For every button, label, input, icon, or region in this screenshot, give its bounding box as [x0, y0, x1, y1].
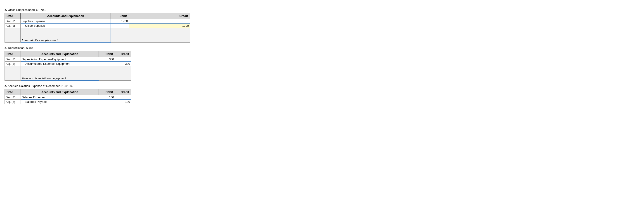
section-c-label: c. Office Supplies used, $1,700. [4, 8, 640, 12]
note-cell[interactable]: To record office supplies used. [20, 38, 110, 43]
table-row: Adj. (d) Accumulated Expense–Equipment 3… [5, 62, 131, 66]
col-header-credit-c: Credit [129, 13, 190, 19]
date-cell: Adj. (d) [5, 62, 21, 66]
credit-cell[interactable]: 180 [115, 100, 131, 104]
credit-cell[interactable] [129, 28, 190, 33]
date-cell: Adj. (c) [5, 24, 20, 28]
journal-table-e: Date Accounts and Explanation Debit Cred… [4, 89, 131, 104]
date-cell [5, 71, 21, 76]
date-cell [5, 76, 21, 81]
table-row [5, 66, 131, 71]
journal-table-d: Date Accounts and Explanation Debit Cred… [4, 51, 131, 81]
account-cell[interactable]: Accumulated Expense–Equipment [21, 62, 99, 66]
account-cell[interactable] [21, 66, 99, 71]
table-row [5, 71, 131, 76]
date-cell: Dec. 31 [5, 57, 21, 62]
col-header-account-d: Accounts and Explanation [21, 51, 99, 57]
debit-cell[interactable] [99, 62, 115, 66]
table-row: To record office supplies used. [5, 38, 190, 43]
journal-table-c: Date Accounts and Explanation Debit Cred… [4, 13, 190, 43]
note-cell[interactable]: To record depreciation on equipment. [21, 76, 99, 81]
section-d-label: d. Depreciation, $380. [4, 46, 640, 50]
table-row: To record depreciation on equipment. [5, 76, 131, 81]
table-row [5, 28, 190, 33]
table-row: Adj. (e) Salaries Payable 180 [5, 100, 131, 104]
credit-cell[interactable] [115, 57, 131, 62]
credit-cell[interactable] [129, 33, 190, 38]
debit-cell[interactable] [99, 71, 115, 76]
col-header-debit-e: Debit [99, 89, 115, 95]
credit-cell[interactable] [115, 71, 131, 76]
col-header-debit-d: Debit [99, 51, 115, 57]
col-header-date-e: Date [5, 89, 21, 95]
credit-cell[interactable] [115, 66, 131, 71]
col-header-date-d: Date [5, 51, 21, 57]
date-cell: Dec. 31 [5, 19, 20, 24]
account-cell[interactable] [20, 33, 110, 38]
table-row: Adj. (c) Office Supplies 1700 [5, 24, 190, 28]
account-cell[interactable]: Supplies Expense [20, 19, 110, 24]
account-cell[interactable]: Office Supplies [20, 24, 110, 28]
date-cell: Adj. (e) [5, 100, 21, 104]
credit-cell[interactable]: 380 [115, 62, 131, 66]
debit-cell[interactable] [111, 24, 129, 28]
col-header-date-c: Date [5, 13, 20, 19]
debit-cell[interactable] [99, 66, 115, 71]
account-cell[interactable]: Salaries Expense [21, 95, 99, 100]
debit-cell[interactable] [111, 28, 129, 33]
date-cell [5, 38, 20, 43]
date-cell [5, 66, 21, 71]
col-header-account-e: Accounts and Explanation [21, 89, 99, 95]
col-header-credit-e: Credit [115, 89, 131, 95]
section-e-label: e. Accrued Salaries Expense at December … [4, 84, 640, 88]
date-cell [5, 28, 20, 33]
table-row: Dec. 31 Salaries Expense 180 [5, 95, 131, 100]
credit-cell[interactable] [129, 19, 190, 24]
table-row [5, 33, 190, 38]
table-row: Dec. 31 Supplies Expense 1700 [5, 19, 190, 24]
debit-cell [99, 76, 115, 81]
debit-cell [111, 38, 129, 43]
credit-cell [129, 38, 190, 43]
credit-cell[interactable] [115, 95, 131, 100]
date-cell: Dec. 31 [5, 95, 21, 100]
col-header-credit-d: Credit [115, 51, 131, 57]
account-cell[interactable] [21, 71, 99, 76]
account-cell[interactable]: Salaries Payable [21, 100, 99, 104]
debit-cell[interactable] [111, 33, 129, 38]
debit-cell[interactable]: 380 [99, 57, 115, 62]
account-cell[interactable] [20, 28, 110, 33]
date-cell [5, 33, 20, 38]
credit-cell [115, 76, 131, 81]
debit-cell[interactable]: 1700 [111, 19, 129, 24]
debit-cell[interactable]: 180 [99, 95, 115, 100]
debit-cell[interactable] [99, 100, 115, 104]
col-header-account-c: Accounts and Explanation [20, 13, 110, 19]
credit-cell[interactable]: 1700 [129, 24, 190, 28]
account-cell[interactable]: Depreciation Expense–Equipment [21, 57, 99, 62]
table-row: Dec. 31 Depreciation Expense–Equipment 3… [5, 57, 131, 62]
col-header-debit-c: Debit [111, 13, 129, 19]
